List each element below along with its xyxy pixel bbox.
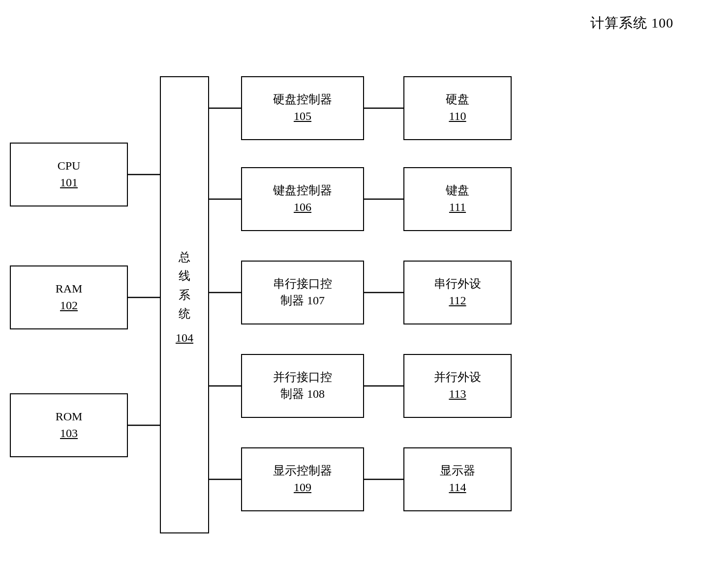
- bus-label: 总 线 系 统 104: [160, 76, 209, 519]
- serial-dev-label: 串行外设: [434, 276, 481, 293]
- title: 计算系统 100: [590, 14, 673, 32]
- hdd-number: 110: [449, 108, 466, 125]
- display-label: 显示器: [440, 463, 475, 479]
- kbd-ctrl-number: 106: [294, 199, 311, 216]
- bus-text2: 线: [179, 266, 190, 285]
- serial-ctrl-label2: 制器 107: [280, 293, 325, 309]
- serial-ctrl-label: 串行接口控: [273, 276, 332, 293]
- hdd-box: 硬盘 110: [403, 76, 512, 140]
- hdd-ctrl-label: 硬盘控制器: [273, 91, 332, 108]
- bus-text: 总: [179, 248, 190, 266]
- serial-ctrl-box: 串行接口控 制器 107: [241, 261, 364, 324]
- display-ctrl-label: 显示控制器: [273, 463, 332, 479]
- bus-text3: 系: [179, 286, 190, 304]
- parallel-ctrl-label: 并行接口控: [273, 369, 332, 386]
- display-number: 114: [449, 479, 466, 496]
- parallel-dev-box: 并行外设 113: [403, 354, 512, 418]
- ram-box: RAM 102: [10, 265, 128, 329]
- parallel-dev-label: 并行外设: [434, 369, 481, 386]
- cpu-number: 101: [60, 175, 78, 191]
- rom-number: 103: [60, 425, 78, 442]
- display-box: 显示器 114: [403, 447, 512, 511]
- display-ctrl-number: 109: [294, 479, 311, 496]
- kbd-box: 键盘 111: [403, 167, 512, 231]
- kbd-ctrl-label: 键盘控制器: [273, 182, 332, 199]
- bus-text4: 统: [179, 304, 190, 323]
- rom-box: ROM 103: [10, 393, 128, 457]
- hdd-label: 硬盘: [446, 91, 469, 108]
- kbd-label: 键盘: [446, 182, 469, 199]
- parallel-ctrl-label2: 制器 108: [280, 386, 325, 403]
- bus-number: 104: [176, 328, 193, 347]
- ram-number: 102: [60, 297, 78, 314]
- serial-dev-number: 112: [449, 293, 466, 309]
- display-ctrl-box: 显示控制器 109: [241, 447, 364, 511]
- hdd-ctrl-number: 105: [294, 108, 311, 125]
- serial-dev-box: 串行外设 112: [403, 261, 512, 324]
- rom-label: ROM: [56, 409, 83, 425]
- cpu-box: CPU 101: [10, 143, 128, 206]
- diagram: 计算系统 100 CPU 101 RAM 102 ROM 103 总 线 系 统…: [0, 0, 703, 588]
- parallel-dev-number: 113: [449, 386, 466, 403]
- parallel-ctrl-box: 并行接口控 制器 108: [241, 354, 364, 418]
- hdd-ctrl-box: 硬盘控制器 105: [241, 76, 364, 140]
- kbd-ctrl-box: 键盘控制器 106: [241, 167, 364, 231]
- kbd-number: 111: [449, 199, 466, 216]
- cpu-label: CPU: [58, 158, 81, 175]
- ram-label: RAM: [56, 281, 83, 297]
